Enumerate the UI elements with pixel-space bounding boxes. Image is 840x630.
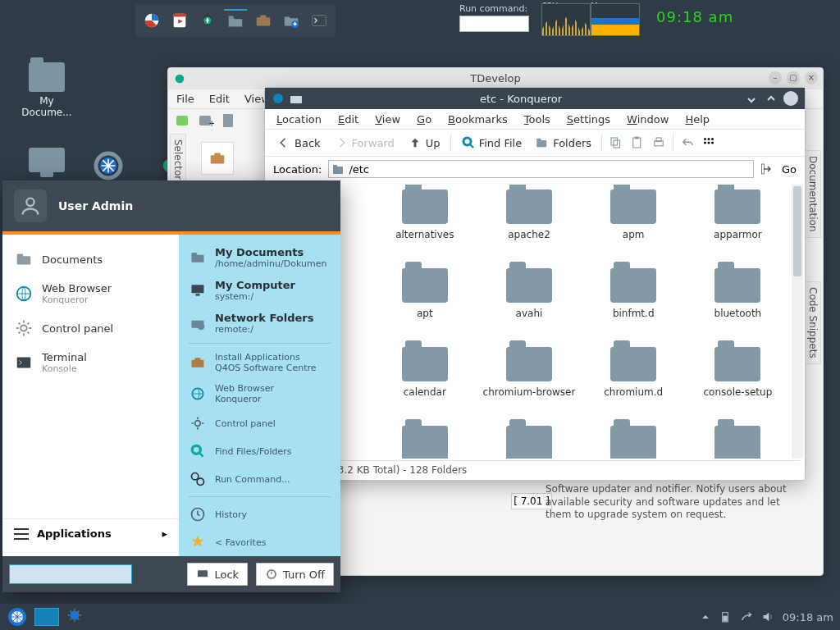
cpu-graph[interactable]: [541, 3, 591, 36]
menu-view[interactable]: View: [375, 113, 400, 126]
launcher-pie-icon[interactable]: [140, 9, 163, 32]
folder-item[interactable]: chromium.d: [583, 347, 684, 422]
desktop-mydocuments[interactable]: My Docume...: [16, 62, 77, 118]
tdev-side-selector[interactable]: Selector: [170, 134, 186, 185]
folder-item[interactable]: calendar: [374, 347, 475, 422]
folder-item[interactable]: [687, 426, 788, 459]
icons-view-icon[interactable]: [701, 135, 716, 150]
folder-item[interactable]: [374, 426, 475, 459]
tb-doc-icon[interactable]: [221, 112, 237, 129]
launcher-play-icon[interactable]: [168, 9, 191, 32]
konq-max-button[interactable]: [764, 91, 778, 106]
run-command-input[interactable]: [459, 16, 529, 32]
left-control-panel[interactable]: Control panel: [2, 312, 179, 345]
svg-rect-40: [17, 256, 31, 264]
launcher-compass-icon[interactable]: [196, 9, 219, 32]
menu-settings[interactable]: Settings: [567, 113, 610, 126]
desktop-computer[interactable]: [16, 148, 77, 176]
menu-bookmarks[interactable]: Bookmarks: [448, 113, 508, 126]
tb-add-icon[interactable]: +: [198, 112, 214, 129]
svg-rect-9: [313, 16, 326, 26]
menu-location[interactable]: Location: [276, 113, 322, 126]
right-network[interactable]: Network Foldersremote:/: [179, 307, 340, 340]
scrollbar[interactable]: [792, 185, 803, 459]
folder-item[interactable]: [583, 426, 684, 459]
turnoff-button[interactable]: Turn Off: [256, 563, 334, 586]
left-applications[interactable]: Applications ▸: [2, 518, 179, 548]
launcher-filemanager-icon[interactable]: [224, 9, 247, 32]
konqueror-titlebar[interactable]: etc - Konqueror: [265, 88, 805, 109]
find-file-button[interactable]: Find File: [458, 134, 526, 152]
folder-item[interactable]: apm: [583, 189, 684, 265]
left-browser[interactable]: Web BrowserKonqueror: [2, 276, 179, 312]
tray-battery-icon[interactable]: [719, 610, 732, 623]
menu-go[interactable]: Go: [417, 113, 431, 126]
right-run[interactable]: Run Command...: [179, 465, 340, 493]
copy-icon[interactable]: [609, 135, 623, 150]
menu-edit[interactable]: Edit: [338, 113, 358, 126]
right-history[interactable]: History: [179, 500, 340, 528]
bottom-clock[interactable]: 09:18 am: [783, 611, 833, 623]
tdevelop-max-button[interactable]: ▢: [787, 71, 800, 84]
left-terminal[interactable]: TerminalKonsole: [2, 345, 179, 381]
tray-volume-icon[interactable]: [761, 610, 774, 623]
tdev-side-snippets[interactable]: Code Snippets: [805, 281, 821, 364]
tdevelop-min-button[interactable]: –: [769, 71, 782, 84]
gear-icon: [14, 318, 34, 338]
tdev-side-documentation[interactable]: Documentation: [805, 150, 821, 238]
go-label[interactable]: Go: [782, 163, 797, 176]
right-mydocs[interactable]: My Documents/home/adminu/Dokumen: [179, 241, 340, 274]
folder-item[interactable]: avahi: [478, 268, 579, 344]
svg-rect-18: [211, 155, 225, 163]
menu-help[interactable]: Help: [685, 113, 710, 126]
start-search-input[interactable]: [9, 564, 132, 584]
tdevelop-close-button[interactable]: ×: [805, 71, 818, 84]
tray-arrow-icon[interactable]: [701, 612, 710, 622]
location-input[interactable]: [328, 160, 754, 178]
folder-item[interactable]: console-setup: [687, 347, 788, 422]
konq-min-button[interactable]: [744, 91, 759, 106]
print-icon[interactable]: [651, 135, 666, 150]
go-icon[interactable]: [760, 162, 775, 176]
folder-item[interactable]: apache2: [478, 189, 579, 265]
folder-item[interactable]: chromium-browser: [478, 347, 579, 422]
folder-item[interactable]: apt: [374, 268, 475, 344]
lock-button[interactable]: Lock: [187, 563, 248, 586]
folder-item[interactable]: binfmt.d: [583, 268, 684, 344]
konqueror-menubar[interactable]: Location Edit View Go Bookmarks Tools Se…: [265, 109, 805, 129]
start-button[interactable]: [7, 606, 28, 628]
right-mycomputer[interactable]: My Computersystem:/: [179, 274, 340, 307]
right-find[interactable]: Find Files/Folders: [179, 437, 340, 465]
mem-graph[interactable]: [591, 3, 640, 36]
menu-tools[interactable]: Tools: [524, 113, 550, 126]
menu-file[interactable]: File: [176, 93, 194, 105]
taskbar-active-window[interactable]: [34, 608, 59, 626]
launcher-downloads-icon[interactable]: [280, 9, 303, 32]
folder-item[interactable]: bluetooth: [687, 268, 788, 344]
right-install-apps[interactable]: Install ApplicationsQ4OS Software Centre: [179, 347, 340, 378]
tdev-briefcase-icon[interactable]: [201, 142, 234, 175]
top-clock[interactable]: 09:18 am: [656, 8, 733, 25]
konqueror-appicon: [272, 92, 285, 105]
folder-item[interactable]: alternatives: [374, 189, 475, 265]
launcher-briefcase-icon[interactable]: [252, 9, 275, 32]
up-button[interactable]: Up: [404, 134, 444, 152]
left-documents[interactable]: Documents: [2, 243, 179, 276]
konq-close-button[interactable]: [783, 91, 798, 106]
undo-icon[interactable]: [680, 135, 695, 150]
folder-item[interactable]: apparmor: [687, 189, 788, 265]
back-button[interactable]: Back: [273, 134, 324, 152]
taskbar-gear-icon[interactable]: [66, 606, 84, 628]
tray-updates-icon[interactable]: [740, 610, 753, 623]
menu-window[interactable]: Window: [627, 113, 669, 126]
folder-item[interactable]: [478, 426, 579, 459]
svg-point-32: [704, 138, 706, 140]
launcher-terminal-icon[interactable]: [308, 9, 331, 32]
right-control-panel[interactable]: Control panel: [179, 409, 340, 437]
right-favorites[interactable]: < Favorites: [179, 528, 340, 556]
folders-button[interactable]: Folders: [532, 134, 595, 152]
menu-edit[interactable]: Edit: [209, 93, 230, 105]
paste-icon[interactable]: [630, 135, 645, 150]
right-browser[interactable]: Web BrowserKonqueror: [179, 378, 340, 409]
tb-new-icon[interactable]: [175, 112, 191, 129]
